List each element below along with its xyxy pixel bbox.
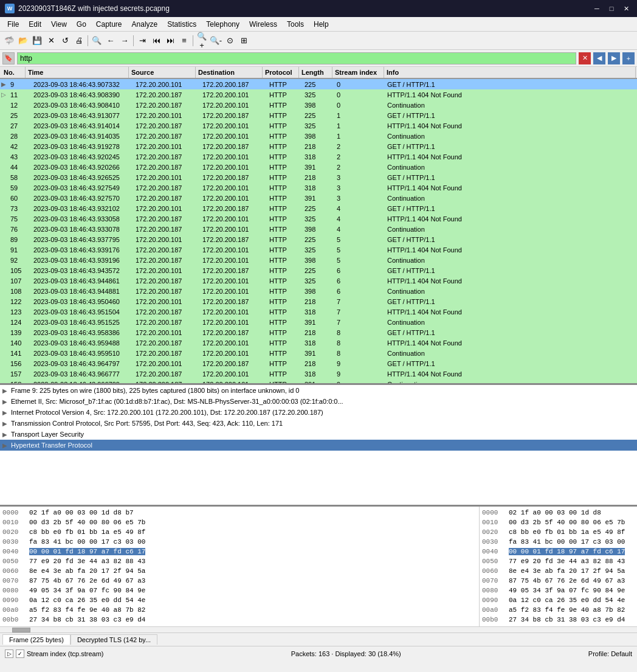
menu-capture[interactable]: Capture xyxy=(91,19,127,30)
toolbar-zoom-in[interactable]: 🔍+ xyxy=(195,34,208,47)
close-button[interactable]: ✕ xyxy=(620,4,632,13)
packet-row[interactable]: 12 2023-09-03 18:46:43.908410 172.20.200… xyxy=(0,100,637,110)
detail-expand-icon[interactable]: ▶ xyxy=(2,442,11,449)
filter-apply-right[interactable]: ▶ xyxy=(608,52,620,64)
toolbar-colorize[interactable]: ≡ xyxy=(177,34,191,47)
toolbar-go-last[interactable]: ⏭ xyxy=(164,34,177,47)
col-time[interactable]: Time xyxy=(26,67,129,78)
packet-row[interactable]: 43 2023-09-03 18:46:43.920245 172.20.200… xyxy=(0,151,637,162)
packet-row[interactable]: 60 2023-09-03 18:46:43.927570 172.20.200… xyxy=(0,193,637,203)
hex-tab-decrypted[interactable]: Decrypted TLS (142 by... xyxy=(71,634,157,645)
detail-row[interactable]: ▶ Transport Layer Security xyxy=(0,429,637,440)
detail-expand-icon[interactable]: ▶ xyxy=(2,398,11,405)
detail-row[interactable]: ▶ Internet Protocol Version 4, Src: 172.… xyxy=(0,407,637,418)
hex-right-row: 0080 49 05 34 3f 9a 07 fc 90 84 9e xyxy=(482,586,635,595)
toolbar-save[interactable]: 💾 xyxy=(30,34,44,47)
col-info[interactable]: Info xyxy=(384,67,636,78)
menu-help[interactable]: Help xyxy=(309,19,334,30)
toolbar-resize-cols[interactable]: ⊞ xyxy=(237,34,250,47)
toolbar-go-to-packet[interactable]: ⇥ xyxy=(136,34,149,47)
filter-bookmark[interactable]: 🔖 xyxy=(2,52,15,64)
packet-row[interactable]: 42 2023-09-03 18:46:43.919278 172.20.200… xyxy=(0,141,637,151)
packet-row[interactable]: 123 2023-09-03 18:46:43.951504 172.20.20… xyxy=(0,307,637,317)
packet-row[interactable]: 124 2023-09-03 18:46:43.951525 172.20.20… xyxy=(0,317,637,327)
col-no[interactable]: No. xyxy=(1,67,26,78)
col-length[interactable]: Length xyxy=(299,67,332,78)
packet-row[interactable]: 25 2023-09-03 18:46:43.913077 172.20.200… xyxy=(0,110,637,120)
detail-row[interactable]: ▶ Hypertext Transfer Protocol xyxy=(0,440,637,451)
packet-row[interactable]: 108 2023-09-03 18:46:43.944881 172.20.20… xyxy=(0,286,637,296)
packet-row[interactable]: ▶ 9 2023-09-03 18:46:43.907332 172.20.20… xyxy=(0,79,637,89)
packet-row[interactable]: 91 2023-09-03 18:46:43.939176 172.20.200… xyxy=(0,244,637,255)
detail-expand-icon[interactable]: ▶ xyxy=(2,431,11,438)
toolbar-close[interactable]: ✕ xyxy=(44,34,58,47)
detail-row[interactable]: ▶ Ethernet II, Src: Microsof_b7:1f:ac (0… xyxy=(0,396,637,407)
col-source[interactable]: Source xyxy=(129,67,196,78)
packet-row[interactable]: 73 2023-09-03 18:46:43.932102 172.20.200… xyxy=(0,203,637,213)
packet-row[interactable]: 92 2023-09-03 18:46:43.939196 172.20.200… xyxy=(0,255,637,265)
packet-row[interactable]: 107 2023-09-03 18:46:43.944861 172.20.20… xyxy=(0,275,637,286)
packet-row[interactable]: 59 2023-09-03 18:46:43.927549 172.20.200… xyxy=(0,182,637,193)
toolbar-reload[interactable]: ↺ xyxy=(58,34,72,47)
packet-row[interactable]: 139 2023-09-03 18:46:43.958386 172.20.20… xyxy=(0,327,637,338)
cell-time: 2023-09-03 18:46:43.913077 xyxy=(32,112,134,119)
hex-pane[interactable]: 0000 02 1f a0 00 03 00 1d d8 b7 0010 00 … xyxy=(0,507,479,626)
detail-row[interactable]: ▶ Transmission Control Protocol, Src Por… xyxy=(0,418,637,429)
toolbar-forward[interactable]: → xyxy=(118,34,131,47)
filter-apply-left[interactable]: ◀ xyxy=(593,52,605,64)
maximize-button[interactable]: □ xyxy=(605,4,618,13)
packet-row[interactable]: ▷ 11 2023-09-03 18:46:43.908390 172.20.2… xyxy=(0,89,637,100)
col-stream[interactable]: Stream index xyxy=(332,67,384,78)
menu-view[interactable]: View xyxy=(46,19,72,30)
packet-row[interactable]: 28 2023-09-03 18:46:43.914035 172.20.200… xyxy=(0,131,637,141)
filter-input[interactable] xyxy=(17,52,576,64)
packet-row[interactable]: 27 2023-09-03 18:46:43.914014 172.20.200… xyxy=(0,120,637,131)
cell-no: 139 xyxy=(9,329,32,336)
menu-analyze[interactable]: Analyze xyxy=(127,19,163,30)
packet-row[interactable]: 140 2023-09-03 18:46:43.959488 172.20.20… xyxy=(0,338,637,348)
packet-row[interactable]: 44 2023-09-03 18:46:43.920266 172.20.200… xyxy=(0,162,637,172)
menu-edit[interactable]: Edit xyxy=(24,19,46,30)
toolbar-open[interactable]: 📂 xyxy=(16,34,30,47)
packet-row[interactable]: 157 2023-09-03 18:46:43.966777 172.20.20… xyxy=(0,369,637,379)
toolbar-go-first[interactable]: ⏮ xyxy=(150,34,163,47)
packet-list[interactable]: ▶ 9 2023-09-03 18:46:43.907332 172.20.20… xyxy=(0,79,637,383)
packet-row[interactable]: 58 2023-09-03 18:46:43.926525 172.20.200… xyxy=(0,172,637,182)
menu-tools[interactable]: Tools xyxy=(282,19,309,30)
detail-expand-icon[interactable]: ▶ xyxy=(2,420,11,427)
menu-wireless[interactable]: Wireless xyxy=(244,19,282,30)
toolbar-find[interactable]: 🔍 xyxy=(90,34,103,47)
detail-expand-icon[interactable]: ▶ xyxy=(2,409,11,416)
packet-row[interactable]: 122 2023-09-03 18:46:43.950460 172.20.20… xyxy=(0,296,637,307)
packet-row[interactable]: 89 2023-09-03 18:46:43.937795 172.20.200… xyxy=(0,234,637,244)
filter-add[interactable]: + xyxy=(622,52,635,64)
toolbar-print[interactable]: 🖨 xyxy=(72,34,86,47)
menu-go[interactable]: Go xyxy=(72,19,91,30)
toolbar-back[interactable]: ← xyxy=(104,34,117,47)
toolbar-zoom-normal[interactable]: ⊙ xyxy=(223,34,236,47)
packet-row[interactable]: 105 2023-09-03 18:46:43.943572 172.20.20… xyxy=(0,265,637,275)
packet-row[interactable]: 156 2023-09-03 18:46:43.964797 172.20.20… xyxy=(0,358,637,369)
detail-row[interactable]: ▶ Frame 9: 225 bytes on wire (1800 bits)… xyxy=(0,385,637,396)
filter-clear[interactable]: ✕ xyxy=(579,52,591,64)
col-destination[interactable]: Destination xyxy=(196,67,263,78)
menu-file[interactable]: File xyxy=(2,19,24,30)
packet-row[interactable]: 76 2023-09-03 18:46:43.933078 172.20.200… xyxy=(0,224,637,234)
menu-statistics[interactable]: Statistics xyxy=(162,19,201,30)
cell-info: Continuation xyxy=(385,226,636,233)
minimize-button[interactable]: ─ xyxy=(591,4,603,13)
menu-telephony[interactable]: Telephony xyxy=(201,19,244,30)
hex-tab-frame[interactable]: Frame (225 bytes) xyxy=(2,634,71,645)
col-protocol[interactable]: Protocol xyxy=(263,67,299,78)
hex-right-pane[interactable]: 0000 02 1f a0 00 03 00 1d d8 0010 00 d3 … xyxy=(479,507,637,626)
packet-row[interactable]: 75 2023-09-03 18:46:43.933058 172.20.200… xyxy=(0,213,637,224)
detail-expand-icon[interactable]: ▶ xyxy=(2,387,11,394)
toolbar-new-capture[interactable]: 🦈 xyxy=(2,34,16,47)
detail-pane[interactable]: ▶ Frame 9: 225 bytes on wire (1800 bits)… xyxy=(0,383,637,505)
packet-row[interactable]: 158 2023-09-03 18:46:43.966799 172.20.20… xyxy=(0,379,637,383)
hex-scrollbar-thumb[interactable] xyxy=(12,628,30,632)
toolbar-zoom-out[interactable]: 🔍- xyxy=(209,34,222,47)
cell-stream: 7 xyxy=(335,298,385,305)
packet-row[interactable]: 141 2023-09-03 18:46:43.959510 172.20.20… xyxy=(0,348,637,358)
hex-scrollbar[interactable] xyxy=(0,626,637,632)
